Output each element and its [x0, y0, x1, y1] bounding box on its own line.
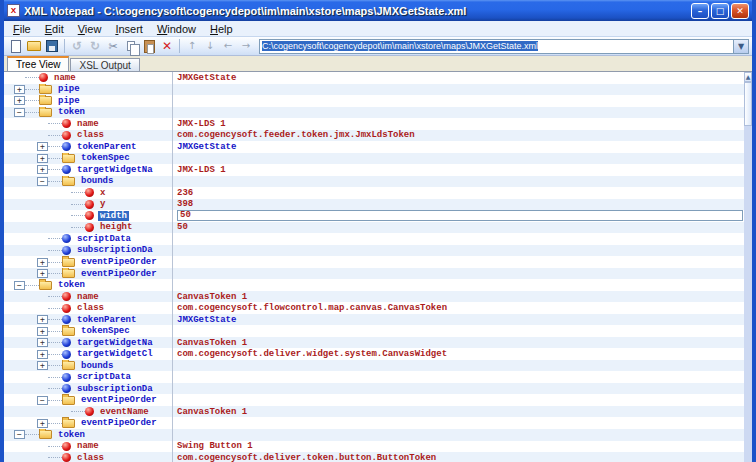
node-label[interactable]: bounds	[79, 361, 115, 371]
expand-icon[interactable]: +	[37, 315, 48, 324]
undo-button[interactable]: ↺	[68, 38, 86, 55]
node-label[interactable]: targetWidgetCl	[75, 349, 155, 359]
tab-xsl-output[interactable]: XSL Output	[70, 58, 139, 71]
collapse-icon[interactable]: −	[37, 177, 48, 186]
nudge-down-button[interactable]: ↓	[201, 38, 219, 55]
copy-button[interactable]	[122, 38, 140, 55]
node-label[interactable]: class	[75, 453, 106, 462]
node-value-cell[interactable]	[172, 268, 752, 280]
node-label[interactable]: eventPipeOrder	[79, 395, 159, 405]
node-label[interactable]: scriptData	[75, 234, 133, 244]
tree-row[interactable]: eventNameCanvasToken 1	[4, 406, 752, 418]
tree-row[interactable]: +bounds	[4, 360, 752, 372]
expand-icon[interactable]: +	[37, 327, 48, 336]
tree-row[interactable]: +eventPipeOrder	[4, 417, 752, 429]
node-value-cell[interactable]: 236	[172, 187, 752, 199]
tree-row[interactable]: +targetWidgetNaCanvasToken 1	[4, 337, 752, 349]
node-label[interactable]: tokenParent	[75, 142, 138, 152]
expand-icon[interactable]: +	[37, 142, 48, 151]
node-label[interactable]: pipe	[56, 84, 82, 94]
nudge-right-button[interactable]: →	[237, 38, 255, 55]
minimize-button[interactable]: –	[691, 3, 709, 19]
expand-icon[interactable]: +	[37, 419, 48, 428]
tree-row[interactable]: +tokenParentJMXGetState	[4, 141, 752, 153]
new-document-button[interactable]	[7, 38, 25, 55]
collapse-icon[interactable]: −	[37, 396, 48, 405]
open-file-button[interactable]	[25, 38, 43, 55]
node-label[interactable]: tokenSpec	[79, 326, 132, 336]
cut-button[interactable]: ✂	[104, 38, 122, 55]
node-value-cell[interactable]: 398	[172, 199, 752, 211]
node-value-cell[interactable]: Swing Button 1	[172, 441, 752, 453]
tree-row[interactable]: subscriptionDa	[4, 245, 752, 257]
node-label[interactable]: class	[75, 130, 106, 140]
tree-row[interactable]: +eventPipeOrder	[4, 256, 752, 268]
menu-file[interactable]: File	[6, 22, 38, 36]
expand-icon[interactable]: +	[14, 85, 25, 94]
node-value-cell[interactable]	[172, 107, 752, 119]
node-label[interactable]: targetWidgetNa	[75, 338, 155, 348]
node-value-cell[interactable]	[172, 84, 752, 96]
tree-row[interactable]: +targetWidgetNaJMX-LDS 1	[4, 164, 752, 176]
tree-row[interactable]: +tokenParentJMXGetState	[4, 314, 752, 326]
expand-icon[interactable]: +	[37, 154, 48, 163]
save-button[interactable]	[43, 38, 61, 55]
tree-row[interactable]: +tokenSpec	[4, 153, 752, 165]
node-label[interactable]: token	[56, 107, 87, 117]
node-value-cell[interactable]	[172, 279, 752, 291]
delete-button[interactable]: ✕	[158, 38, 176, 55]
node-value-cell[interactable]: 50	[172, 210, 752, 222]
menu-window[interactable]: Window	[150, 22, 203, 36]
node-value-cell[interactable]: JMXGetState	[172, 141, 752, 153]
node-value-cell[interactable]: com.cogencysoft.feeder.token.jmx.JmxLdsT…	[172, 130, 752, 142]
node-value-cell[interactable]: JMXGetState	[172, 72, 752, 84]
tree-row[interactable]: +tokenSpec	[4, 325, 752, 337]
node-value-cell[interactable]	[172, 95, 752, 107]
menu-edit[interactable]: Edit	[38, 22, 71, 36]
tree-row[interactable]: nameJMXGetState	[4, 72, 752, 84]
tree-row[interactable]: −bounds	[4, 176, 752, 188]
tree-row[interactable]: +pipe	[4, 95, 752, 107]
menu-help[interactable]: Help	[203, 22, 240, 36]
node-label[interactable]: name	[75, 292, 101, 302]
node-value-cell[interactable]: JMX-LDS 1	[172, 118, 752, 130]
tree-row[interactable]: y398	[4, 199, 752, 211]
tree-row[interactable]: scriptData	[4, 371, 752, 383]
node-label[interactable]: bounds	[79, 176, 115, 186]
node-value-cell[interactable]	[172, 394, 752, 406]
node-label[interactable]: token	[56, 430, 87, 440]
node-label[interactable]: subscriptionDa	[75, 245, 155, 255]
node-value-cell[interactable]	[172, 360, 752, 372]
node-label[interactable]: token	[56, 280, 87, 290]
node-value-cell[interactable]: com.cogencysoft.flowcontrol.map.canvas.C…	[172, 302, 752, 314]
maximize-button[interactable]: □	[711, 3, 729, 19]
node-label[interactable]: subscriptionDa	[75, 384, 155, 394]
node-label[interactable]: tokenParent	[75, 315, 138, 325]
tree-row[interactable]: +eventPipeOrder	[4, 268, 752, 280]
tree-row[interactable]: x236	[4, 187, 752, 199]
collapse-icon[interactable]: −	[14, 430, 25, 439]
expand-icon[interactable]: +	[37, 269, 48, 278]
tree-row[interactable]: subscriptionDa	[4, 383, 752, 395]
node-value-cell[interactable]	[172, 153, 752, 165]
tree-row[interactable]: nameSwing Button 1	[4, 441, 752, 453]
scrollbar-thumb[interactable]	[744, 82, 752, 126]
collapse-icon[interactable]: −	[14, 108, 25, 117]
tree-row[interactable]: classcom.cogencysoft.feeder.token.jmx.Jm…	[4, 130, 752, 142]
address-dropdown-icon[interactable]: ▼	[733, 40, 748, 53]
tree-row[interactable]: −token	[4, 429, 752, 441]
menu-view[interactable]: View	[71, 22, 109, 36]
expand-icon[interactable]: +	[37, 350, 48, 359]
node-label[interactable]: pipe	[56, 96, 82, 106]
tree-row[interactable]: +pipe	[4, 84, 752, 96]
tree-row[interactable]: width50	[4, 210, 752, 222]
node-label[interactable]: x	[98, 188, 107, 198]
node-value-cell[interactable]	[172, 233, 752, 245]
node-value-cell[interactable]: com.cogencysoft.deliver.token.button.But…	[172, 452, 752, 462]
node-label[interactable]: eventName	[98, 407, 151, 417]
tree-row[interactable]: nameJMX-LDS 1	[4, 118, 752, 130]
tab-tree-view[interactable]: Tree View	[7, 56, 69, 71]
expand-icon[interactable]: +	[37, 361, 48, 370]
node-value-cell[interactable]	[172, 371, 752, 383]
tree-row[interactable]: height50	[4, 222, 752, 234]
